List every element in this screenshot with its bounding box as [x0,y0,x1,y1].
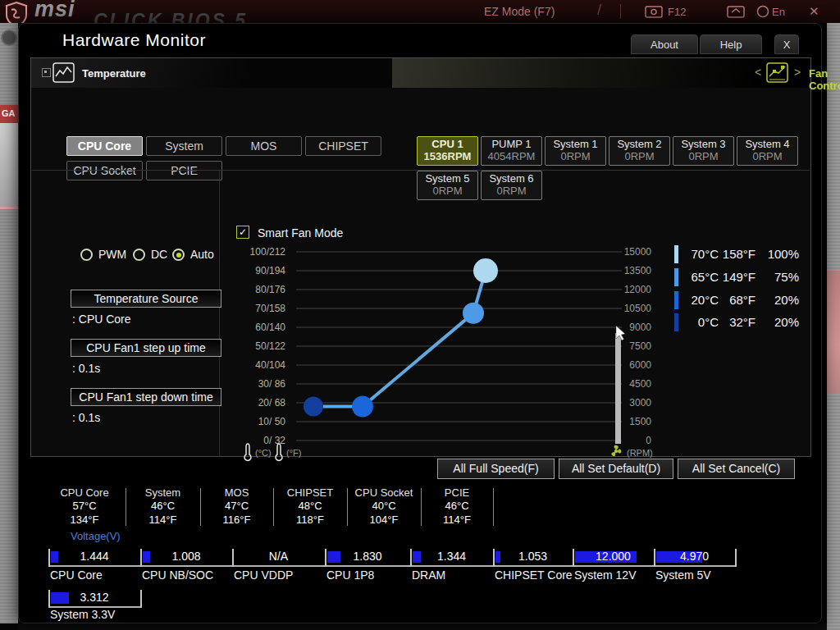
field-button-0[interactable]: Temperature Source [71,290,221,308]
section-prev-icon[interactable]: < [755,66,761,79]
legend-temp-f: 158°F [705,248,756,261]
divider [219,170,220,457]
tab-cpu-socket[interactable]: CPU Socket [66,161,143,180]
help-button[interactable]: Help [700,34,762,54]
readout-label: MOS [200,486,273,499]
field-button-2[interactable]: CPU Fan1 step down time [71,388,221,406]
legend-percent: 75% [750,271,799,284]
fan-button-cpu-1[interactable]: CPU 11536RPM [417,136,478,166]
readout-celsius: 57°C [43,500,126,513]
readout-fahrenheit: 116°F [200,514,273,527]
fan-rpm-value: 0RPM [673,150,733,162]
readout-label: CPU Socket [347,486,421,499]
screenshot-icon[interactable] [645,6,663,18]
bios-model-partial-text: CLICK BIOS 5 [94,10,248,23]
language-label[interactable]: En [772,6,785,18]
fan-curve-chart[interactable] [296,243,641,460]
fan-button-system-5[interactable]: System 50RPM [417,171,478,200]
voltage-tick [48,590,50,608]
rpm-unit-label: (RPM) [627,448,653,458]
radio-pwm[interactable] [80,249,93,261]
readout-fahrenheit: 104°F [347,514,421,527]
fan-button-system-2[interactable]: System 20RPM [609,136,670,166]
celsius-unit-label: (°C) [255,448,272,458]
fan-control-section-header: < > Fan Control [392,58,810,88]
fan-curve-point-0[interactable] [304,397,323,417]
legend-percent: 20% [750,316,799,329]
fan-label: System 4 [737,138,797,150]
fan-curve-point-3[interactable] [473,258,498,283]
readout-celsius: 46°C [421,500,493,513]
action-button-1[interactable]: All Set Default(D) [559,459,673,479]
readout-fahrenheit: 114°F [126,514,200,527]
fan-button-pump-1[interactable]: PUMP 14054RPM [481,136,542,166]
rpm-axis-tick: 3000 [619,396,651,409]
fan-rpm-value: 0RPM [482,185,541,197]
radio-auto[interactable] [172,249,185,261]
thermometer-fahrenheit-icon[interactable] [274,442,284,463]
fan-curve-point-1[interactable] [352,396,373,418]
fan-curve-point-2[interactable] [463,303,484,324]
os-close-icon[interactable]: ✕ [809,4,819,19]
readout-label: CPU Core [43,486,126,499]
fan-label: System 6 [482,172,541,185]
tab-mos[interactable]: MOS [226,136,302,156]
temp-axis-tick: 100/212 [236,245,285,258]
background-accent-line [0,207,18,209]
temp-axis-tick: 70/158 [236,302,285,315]
voltage-label: CPU VDDP [234,568,293,582]
voltage-label: System 3.3V [50,608,115,621]
voltage-tick [493,549,495,567]
field-button-1[interactable]: CPU Fan1 step up time [71,339,221,357]
checkbox-glyph-icon [42,68,51,77]
rpm-axis-tick: 13500 [619,264,651,277]
readout-fahrenheit: 134°F [43,514,126,527]
legend-percent: 20% [750,294,799,307]
voltage-tick [735,549,737,567]
thermometer-celsius-icon[interactable] [243,442,253,463]
voltage-header: Voltage(V) [71,530,121,542]
field-value-1: : 0.1s [72,362,100,375]
fan-rpm-value: 0RPM [418,185,477,197]
rpm-axis-tick: 6000 [619,358,651,372]
voltage-label: System 5V [655,568,711,582]
legend-temp-f: 68°F [705,294,756,307]
voltage-label: CPU NB/SOC [142,568,213,582]
msi-shield-logo [3,1,30,23]
rpm-axis-tick: 4500 [619,377,651,390]
ez-mode-button[interactable]: EZ Mode (F7) [484,5,555,18]
fan-button-system-1[interactable]: System 10RPM [545,136,606,166]
fan-label: System 1 [546,138,605,150]
readout-celsius: 47°C [200,500,273,513]
voltage-tick [573,549,574,567]
radio-label-pwm: PWM [98,248,126,261]
fan-button-system-6[interactable]: System 60RPM [481,171,542,200]
tab-system[interactable]: System [146,136,222,156]
tab-chipset[interactable]: CHIPSET [305,136,381,156]
fan-button-system-4[interactable]: System 40RPM [737,136,798,166]
action-button-0[interactable]: All Full Speed(F) [437,459,555,479]
tab-cpu-core[interactable]: CPU Core [66,136,143,156]
radio-dc[interactable] [133,249,145,261]
section-next-icon[interactable]: > [794,66,801,79]
temperature-section-label: Temperature [82,67,146,80]
action-button-2[interactable]: All Set Cancel(C) [678,459,795,479]
close-button[interactable]: X [774,34,799,54]
rpm-axis-tick: 10500 [619,302,651,315]
about-button[interactable]: About [631,34,698,54]
tab-pcie[interactable]: PCIE [146,161,222,180]
temp-axis-tick: 20/ 68 [236,396,285,409]
smart-fan-mode-checkbox[interactable]: ✓ [236,226,249,239]
voltage-tick [325,549,326,567]
readout-divider [493,488,494,526]
language-icon[interactable] [756,5,769,18]
legend-temp-f: 32°F [705,316,756,329]
display-icon[interactable] [727,6,745,18]
voltage-label: CHIPSET Core [495,568,573,582]
fan-label: System 5 [418,172,477,185]
smart-fan-mode-label: Smart Fan Mode [258,226,343,240]
fan-button-system-3[interactable]: System 30RPM [673,136,734,166]
f12-hotkey-label[interactable]: F12 [668,6,686,18]
temp-axis-tick: 40/104 [236,358,285,372]
rpm-axis-tick: 15000 [619,245,651,258]
